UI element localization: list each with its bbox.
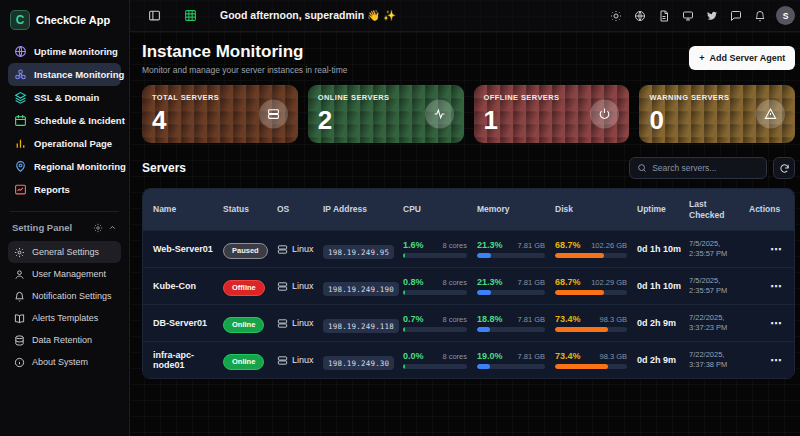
sidebar-item-alerts-templates[interactable]: Alerts Templates (8, 307, 121, 329)
cluster-icon (14, 68, 27, 81)
sidebar-item-instance-monitoring[interactable]: Instance Monitoring (8, 63, 121, 86)
sidebar-item-regional-monitoring[interactable]: Regional Monitoring (8, 155, 121, 178)
cpu-bar (403, 290, 467, 295)
ip-address: 198.19.249.30 (323, 356, 394, 370)
bell-icon (14, 291, 25, 302)
sidebar-item-operational-page[interactable]: Operational Page (8, 132, 121, 155)
uptime: 0d 1h 10m (637, 244, 689, 254)
page-subtitle: Monitor and manage your server instances… (142, 65, 348, 75)
sidebar-item-uptime-monitoring[interactable]: Uptime Monitoring (8, 40, 121, 63)
cpu-percent: 0.0% (403, 351, 424, 361)
cpu-cores: 8 cores (442, 315, 467, 324)
status-badge: Online (223, 317, 264, 333)
bar-chart-icon (14, 137, 27, 150)
refresh-button[interactable] (773, 157, 795, 179)
last-checked-date: 7/5/2025, (689, 239, 749, 249)
os-name: Linux (292, 318, 314, 328)
plus-icon: + (699, 53, 704, 63)
last-checked-time: 3:37:38 PM (689, 360, 749, 370)
user-avatar[interactable]: S (776, 6, 795, 25)
last-checked-time: 2:35:57 PM (689, 249, 749, 259)
sidebar-item-about-system[interactable]: About System (8, 351, 121, 373)
sidebar-item-user-management[interactable]: User Management (8, 263, 121, 285)
table-row[interactable]: infra-apc-node01 Online Linux 198.19.249… (143, 341, 794, 378)
theme-toggle-icon[interactable] (604, 4, 628, 28)
memory-percent: 18.8% (477, 314, 503, 324)
server-search[interactable] (629, 157, 767, 179)
docs-icon[interactable] (652, 4, 676, 28)
user-icon (14, 269, 25, 280)
memory-bar (477, 253, 545, 258)
sidebar-item-data-retention[interactable]: Data Retention (8, 329, 121, 351)
last-checked-date: 7/5/2025, (689, 276, 749, 286)
sidebar-item-notification-settings[interactable]: Notification Settings (8, 285, 121, 307)
ip-address: 198.19.249.190 (323, 282, 399, 296)
sidebar-toggle-icon[interactable] (142, 4, 166, 28)
uptime: 0d 2h 9m (637, 318, 689, 328)
main-content: Instance Monitoring Monitor and manage y… (130, 32, 800, 436)
row-actions-menu-icon[interactable]: ⋯ (749, 280, 784, 293)
column-header: Disk (555, 204, 637, 215)
chevron-up-icon[interactable] (108, 223, 117, 232)
row-actions-menu-icon[interactable]: ⋯ (749, 354, 784, 367)
row-actions-menu-icon[interactable]: ⋯ (749, 243, 784, 256)
sidebar-divider (10, 211, 119, 212)
stat-cards: TOTAL SERVERS 4 ONLINE SERVERS 2 OFFLINE… (142, 85, 795, 143)
table-row[interactable]: DB-Server01 Online Linux 198.19.249.118 … (143, 304, 794, 341)
row-actions-menu-icon[interactable]: ⋯ (749, 317, 784, 330)
setting-panel-header[interactable]: Setting Panel (8, 220, 121, 241)
table-row[interactable]: Kube-Con Offline Linux 198.19.249.190 0.… (143, 267, 794, 304)
table-row[interactable]: Web-Server01 Paused Linux 198.19.249.95 … (143, 230, 794, 267)
column-header: OS (277, 204, 323, 215)
os-name: Linux (292, 281, 314, 291)
stat-card-online-servers[interactable]: ONLINE SERVERS 2 (308, 85, 464, 143)
sidebar-item-label: Notification Settings (32, 291, 112, 301)
notifications-bell-icon[interactable] (748, 4, 772, 28)
cpu-cores: 8 cores (442, 241, 467, 250)
stat-card-total-servers[interactable]: TOTAL SERVERS 4 (142, 85, 298, 143)
sidebar-item-general-settings[interactable]: General Settings (8, 241, 121, 263)
search-input[interactable] (652, 163, 759, 173)
memory-bar (477, 364, 545, 369)
memory-size: 7.81 GB (517, 278, 545, 287)
stat-card-warning-servers[interactable]: WARNING SERVERS 0 (639, 85, 795, 143)
disk-percent: 73.4% (555, 351, 581, 361)
search-icon (637, 163, 647, 173)
sidebar-item-schedule-incident[interactable]: Schedule & Incident (8, 109, 121, 132)
server-name: Web-Server01 (153, 244, 223, 254)
grid-apps-icon[interactable] (178, 4, 202, 28)
disk-size: 102.26 GB (591, 241, 627, 250)
gear-icon (14, 247, 25, 258)
setting-panel-title: Setting Panel (12, 222, 72, 233)
last-checked-time: 2:35:57 PM (689, 286, 749, 296)
app-logo-icon: C (10, 10, 30, 30)
language-globe-icon[interactable] (628, 4, 652, 28)
column-header: Name (153, 204, 223, 215)
table-header-row: Name Status OS IP Address CPU Memory Dis… (143, 189, 794, 230)
sidebar-item-label: Instance Monitoring (34, 69, 124, 80)
calendar-icon (14, 114, 27, 127)
app-logo[interactable]: C CheckCle App (8, 8, 121, 40)
status-badge: Online (223, 354, 264, 370)
sidebar-item-label: General Settings (32, 247, 99, 257)
disk-size: 98.3 GB (599, 352, 627, 361)
disk-bar (555, 290, 627, 295)
disk-bar (555, 253, 627, 258)
add-server-agent-button[interactable]: + Add Server Agent (689, 46, 795, 70)
memory-percent: 21.3% (477, 240, 503, 250)
report-chart-icon (14, 183, 27, 196)
sidebar-item-ssl-domain[interactable]: SSL & Domain (8, 86, 121, 109)
sidebar-item-label: SSL & Domain (34, 92, 99, 103)
bird-icon[interactable] (700, 4, 724, 28)
warning-triangle-icon (756, 100, 785, 129)
column-header: Last Checked (689, 199, 741, 220)
memory-size: 7.81 GB (517, 352, 545, 361)
server-name: DB-Server01 (153, 318, 223, 328)
stat-card-offline-servers[interactable]: OFFLINE SERVERS 1 (474, 85, 630, 143)
cpu-bar (403, 253, 467, 258)
cpu-percent: 0.8% (403, 277, 424, 287)
monitor-icon[interactable] (676, 4, 700, 28)
sidebar-item-reports[interactable]: Reports (8, 178, 121, 201)
ip-address: 198.19.249.95 (323, 245, 394, 259)
feedback-chat-icon[interactable] (724, 4, 748, 28)
